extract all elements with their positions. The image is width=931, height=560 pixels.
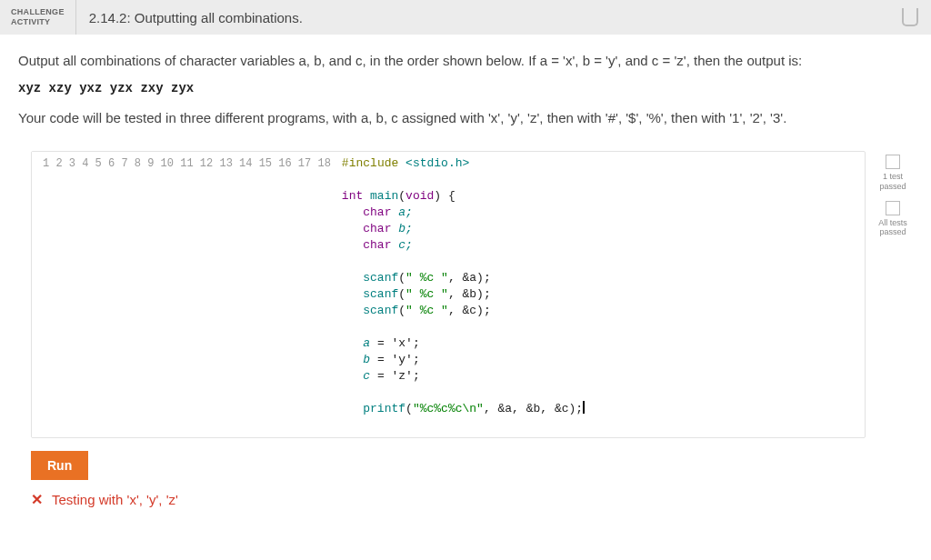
test-result-row: ✕ Testing with 'x', 'y', 'z' xyxy=(31,491,866,508)
instructions-line-2: Your code will be tested in three differ… xyxy=(18,108,913,127)
label-line-2: ACTIVITY xyxy=(11,17,65,27)
example-output: xyz xzy yxz yzx zxy zyx xyxy=(18,81,913,95)
status-all-tests-label: All tests passed xyxy=(873,218,913,238)
content-area: Output all combinations of character var… xyxy=(0,35,931,517)
status-column: 1 test passed All tests passed xyxy=(873,151,913,246)
run-button[interactable]: Run xyxy=(31,451,88,480)
line-number-gutter: 1 2 3 4 5 6 7 8 9 10 11 12 13 14 15 16 1… xyxy=(32,152,338,437)
editor-and-status-row: 1 2 3 4 5 6 7 8 9 10 11 12 13 14 15 16 1… xyxy=(18,151,913,508)
checkbox-icon xyxy=(886,201,900,215)
fail-icon: ✕ xyxy=(31,491,43,508)
test-result-text: Testing with 'x', 'y', 'z' xyxy=(52,492,178,507)
bookmark-icon[interactable] xyxy=(902,8,918,26)
status-one-test: 1 test passed xyxy=(873,155,913,192)
bookmark-area xyxy=(902,0,931,35)
activity-title: 2.14.2: Outputting all combinations. xyxy=(76,0,315,35)
label-line-1: CHALLENGE xyxy=(11,7,65,17)
status-one-test-label: 1 test passed xyxy=(873,172,913,192)
code-editor[interactable]: 1 2 3 4 5 6 7 8 9 10 11 12 13 14 15 16 1… xyxy=(31,151,866,438)
checkbox-icon xyxy=(886,155,900,169)
code-area[interactable]: #include <stdio.h> int main(void) { char… xyxy=(338,152,585,437)
editor-block: 1 2 3 4 5 6 7 8 9 10 11 12 13 14 15 16 1… xyxy=(18,151,866,508)
run-row: Run xyxy=(31,451,866,480)
instructions-line-1: Output all combinations of character var… xyxy=(18,51,913,70)
status-all-tests: All tests passed xyxy=(873,201,913,238)
activity-header: CHALLENGE ACTIVITY 2.14.2: Outputting al… xyxy=(0,0,931,35)
challenge-activity-label: CHALLENGE ACTIVITY xyxy=(0,0,76,35)
